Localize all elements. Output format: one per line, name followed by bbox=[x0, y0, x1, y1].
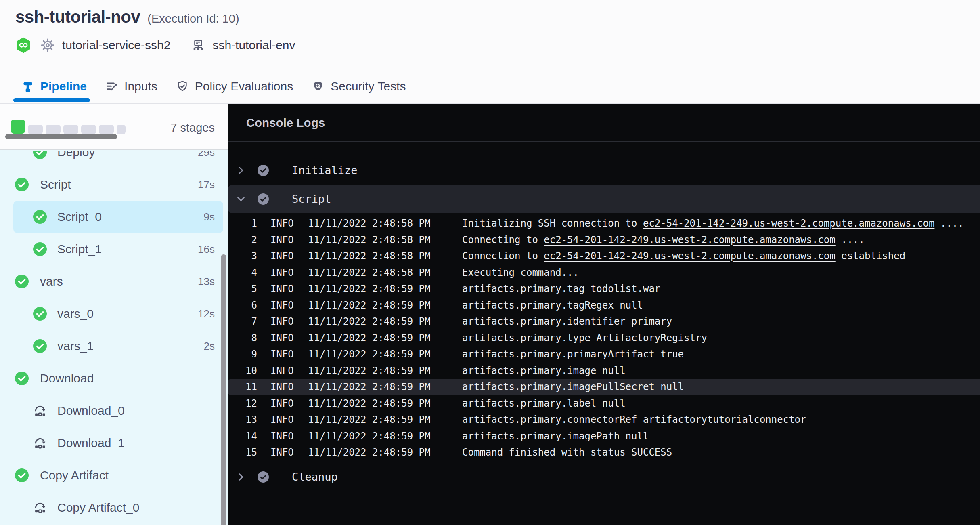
stage-duration: 29s bbox=[198, 151, 215, 168]
log-level: INFO bbox=[270, 297, 294, 314]
stage-progress-segment bbox=[28, 125, 43, 134]
log-message: artifacts.primary.connectorRef artifacto… bbox=[462, 412, 806, 428]
log-line-15: 15INFO11/11/2022 2:48:59 PMCommand finis… bbox=[228, 444, 980, 461]
horizontal-scrollbar[interactable] bbox=[5, 134, 117, 139]
stage-duration: 13s bbox=[198, 265, 215, 298]
log-message: artifacts.primary.tag todolist.war bbox=[462, 281, 660, 297]
log-section-script[interactable]: Script bbox=[228, 185, 980, 213]
log-timestamp: 11/11/2022 2:48:59 PM bbox=[308, 297, 430, 314]
log-timestamp: 11/11/2022 2:48:59 PM bbox=[308, 330, 430, 346]
stage-count-label: 7 stages bbox=[170, 121, 215, 134]
stage-label: Copy Artifact bbox=[40, 459, 109, 491]
log-line-number: 4 bbox=[228, 265, 257, 281]
log-line-number: 8 bbox=[228, 330, 257, 346]
log-timestamp: 11/11/2022 2:48:59 PM bbox=[308, 363, 430, 379]
stage-row-deploy[interactable]: Deploy29s bbox=[0, 151, 228, 168]
tab-security-tests[interactable]: Security Tests bbox=[312, 80, 406, 93]
tab-pipeline[interactable]: Pipeline bbox=[21, 80, 87, 93]
log-line-number: 3 bbox=[228, 248, 257, 265]
stage-row-copy-artifact[interactable]: Copy Artifact bbox=[0, 459, 228, 491]
log-message: Executing command... bbox=[462, 265, 579, 281]
log-timestamp: 11/11/2022 2:48:59 PM bbox=[308, 412, 430, 428]
title-row: ssh-tutorial-nov (Execution Id: 10) bbox=[15, 7, 239, 27]
execution-meta-row: tutorial-service-ssh2 ssh-tutorial-env bbox=[15, 37, 295, 53]
log-lines: 1INFO11/11/2022 2:48:58 PMInitializing S… bbox=[228, 215, 980, 461]
log-section-initialize[interactable]: Initialize bbox=[228, 157, 980, 184]
stage-success-icon bbox=[15, 178, 29, 191]
log-message: artifacts.primary.image null bbox=[462, 363, 626, 379]
stage-success-icon bbox=[33, 151, 47, 159]
active-tab-underline bbox=[13, 98, 90, 102]
log-level: INFO bbox=[270, 444, 294, 461]
section-success-icon bbox=[258, 165, 269, 176]
log-line-12: 12INFO11/11/2022 2:48:59 PMartifacts.pri… bbox=[228, 395, 980, 412]
log-line-number: 1 bbox=[228, 215, 257, 232]
log-host-link[interactable]: ec2-54-201-142-249.us-west-2.compute.ama… bbox=[544, 234, 835, 246]
log-line-number: 14 bbox=[228, 428, 257, 445]
service-name: tutorial-service-ssh2 bbox=[62, 38, 170, 52]
stage-label: Download bbox=[40, 362, 94, 395]
stage-success-icon bbox=[15, 372, 29, 385]
log-message: artifacts.primary.label null bbox=[462, 395, 626, 412]
policy-shield-icon bbox=[176, 80, 189, 93]
log-line-number: 11 bbox=[228, 379, 257, 395]
stage-row-vars[interactable]: vars13s bbox=[0, 265, 228, 298]
stage-success-icon bbox=[15, 275, 29, 288]
log-section-cleanup[interactable]: Cleanup bbox=[228, 463, 980, 491]
log-line-number: 10 bbox=[228, 363, 257, 379]
log-level: INFO bbox=[270, 428, 294, 445]
stages-progress-strip: 7 stages bbox=[0, 104, 228, 150]
environment-icon bbox=[191, 38, 205, 52]
log-level: INFO bbox=[270, 248, 294, 265]
log-timestamp: 11/11/2022 2:48:58 PM bbox=[308, 248, 430, 265]
log-message: artifacts.primary.imagePath null bbox=[462, 428, 649, 445]
execution-header: ssh-tutorial-nov (Execution Id: 10) bbox=[0, 0, 980, 69]
pipeline-execution-page: ssh-tutorial-nov (Execution Id: 10) bbox=[0, 0, 980, 525]
tab-policy-evaluations[interactable]: Policy Evaluations bbox=[176, 80, 293, 93]
log-level: INFO bbox=[270, 330, 294, 346]
stage-label: Script_1 bbox=[57, 233, 102, 265]
stage-row-download-1[interactable]: Download_1 bbox=[0, 427, 228, 459]
stage-row-vars-1[interactable]: vars_12s bbox=[0, 330, 228, 362]
chevron-right-icon bbox=[236, 166, 246, 175]
stage-label: vars_1 bbox=[57, 330, 94, 362]
section-label: Script bbox=[292, 185, 331, 213]
log-level: INFO bbox=[270, 395, 294, 412]
log-host-link[interactable]: ec2-54-201-142-249.us-west-2.compute.ama… bbox=[643, 218, 934, 229]
log-level: INFO bbox=[270, 412, 294, 428]
stage-row-script-1[interactable]: Script_116s bbox=[0, 233, 228, 265]
stage-row-download-0[interactable]: Download_0 bbox=[0, 395, 228, 427]
execution-id-label: (Execution Id: 10) bbox=[147, 12, 239, 25]
log-line-10: 10INFO11/11/2022 2:48:59 PMartifacts.pri… bbox=[228, 363, 980, 379]
log-message: artifacts.primary.identifier primary bbox=[462, 313, 672, 330]
stage-row-vars-0[interactable]: vars_012s bbox=[0, 298, 228, 330]
log-message: artifacts.primary.imagePullSecret null bbox=[462, 379, 684, 395]
content-area: 7 stages Deploy29sScript17sScript_09sScr… bbox=[0, 104, 980, 525]
pipeline-icon bbox=[21, 80, 34, 93]
stage-duration: 16s bbox=[198, 233, 215, 265]
log-host-link[interactable]: ec2-54-201-142-249.us-west-2.compute.ama… bbox=[544, 250, 835, 262]
tab-inputs[interactable]: Inputs bbox=[105, 80, 157, 93]
log-line-5: 5INFO11/11/2022 2:48:59 PMartifacts.prim… bbox=[228, 281, 980, 297]
log-line-8: 8INFO11/11/2022 2:48:59 PMartifacts.prim… bbox=[228, 330, 980, 346]
gear-icon bbox=[40, 38, 55, 52]
stage-row-script[interactable]: Script17s bbox=[0, 168, 228, 201]
stage-label: Download_1 bbox=[57, 427, 125, 459]
stage-success-icon bbox=[33, 210, 47, 224]
stage-success-icon bbox=[15, 468, 29, 482]
log-line-3: 3INFO11/11/2022 2:48:58 PMConnection to … bbox=[228, 248, 980, 265]
log-timestamp: 11/11/2022 2:48:59 PM bbox=[308, 395, 430, 412]
stage-progress-segment bbox=[63, 125, 78, 134]
vertical-scrollbar[interactable] bbox=[221, 254, 226, 525]
log-line-2: 2INFO11/11/2022 2:48:58 PMConnecting to … bbox=[228, 232, 980, 248]
stage-duration: 9s bbox=[204, 201, 215, 233]
log-message: artifacts.primary.tagRegex null bbox=[462, 297, 643, 314]
stage-progress-segment-done bbox=[11, 120, 25, 134]
log-level: INFO bbox=[270, 313, 294, 330]
stage-row-copy-artifact-0[interactable]: Copy Artifact_0 bbox=[0, 491, 228, 524]
stage-progress-segment bbox=[81, 125, 96, 134]
log-line-number: 13 bbox=[228, 412, 257, 428]
stage-list: Deploy29sScript17sScript_09sScript_116sv… bbox=[0, 151, 228, 525]
stage-row-download[interactable]: Download bbox=[0, 362, 228, 395]
stage-row-script-0[interactable]: Script_09s bbox=[0, 201, 228, 233]
